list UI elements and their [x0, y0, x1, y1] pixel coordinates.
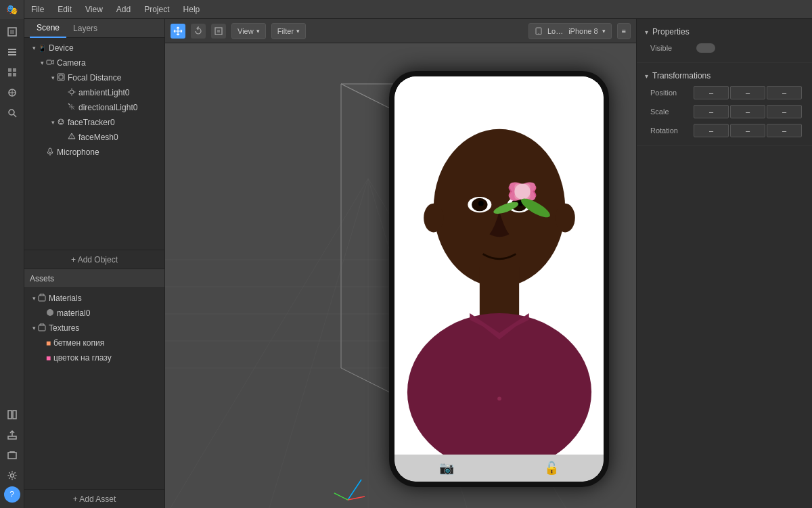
phone-toolbar: 📷 🔓 [394, 455, 604, 482]
phone-screen: 📷 🔓 [394, 76, 604, 482]
svg-rect-14 [8, 436, 16, 439]
svg-rect-19 [59, 75, 63, 79]
tab-scene[interactable]: Scene [30, 19, 66, 38]
tree-item-betmen-copy[interactable]: ▸ ◼ бетмен копия [24, 336, 164, 350]
menu-project[interactable]: Project [137, 0, 176, 18]
scale-tool[interactable] [211, 24, 226, 39]
tree-item-directionalLight0[interactable]: ▸ directionalLight0 [24, 100, 164, 115]
tab-layers[interactable]: Layers [66, 19, 104, 38]
rotation-x[interactable]: – [694, 124, 729, 137]
viewport-toolbar: View ▾ Filter ▾ Lo… iPhone 8 ▾ ≡ [165, 19, 636, 43]
share-btn[interactable]: 🔓 [544, 461, 559, 476]
tree-item-faceMesh0[interactable]: ▸ faceMesh0 [24, 130, 164, 145]
svg-rect-66 [480, 267, 519, 320]
svg-point-34 [47, 309, 53, 316]
visible-toggle[interactable] [696, 43, 715, 53]
position-y[interactable]: – [730, 86, 765, 99]
menu-edit[interactable]: Edit [51, 0, 78, 18]
svg-rect-35 [39, 325, 45, 331]
tree-item-materials[interactable]: ▾ Materials [24, 291, 164, 306]
position-z[interactable]: – [767, 86, 802, 99]
svg-rect-12 [8, 411, 12, 419]
add-panel-icon[interactable] [2, 405, 22, 424]
patch-icon[interactable] [2, 83, 22, 102]
menu-file[interactable]: File [24, 0, 51, 18]
svg-rect-5 [8, 68, 12, 72]
rotate-tool[interactable] [191, 24, 206, 39]
viewport: View ▾ Filter ▾ Lo… iPhone 8 ▾ ≡ [165, 19, 636, 508]
svg-point-26 [59, 120, 60, 122]
svg-point-75 [556, 204, 575, 233]
settings-icon[interactable] [2, 466, 22, 485]
svg-rect-6 [13, 68, 16, 72]
rotation-z[interactable]: – [767, 124, 802, 137]
svg-rect-7 [8, 73, 12, 76]
scale-y[interactable]: – [730, 105, 765, 118]
transformations-header[interactable]: ▾ Transformations [637, 68, 812, 83]
menu-add[interactable]: Add [110, 0, 137, 18]
add-asset-button[interactable]: + Add Asset [24, 489, 164, 508]
tree-item-textures[interactable]: ▾ Textures [24, 321, 164, 336]
visible-row: Visible [637, 39, 812, 57]
svg-point-10 [9, 110, 14, 115]
svg-rect-37 [217, 30, 220, 32]
tree-item-ambientLight0[interactable]: ▸ ambientLight0 [24, 85, 164, 100]
menu-help[interactable]: Help [177, 0, 207, 18]
svg-rect-4 [8, 54, 16, 55]
svg-point-83 [514, 183, 530, 199]
filter-button[interactable]: Filter ▾ [271, 23, 306, 39]
move-tool[interactable] [171, 24, 185, 39]
icon-bar: ? [0, 19, 24, 508]
assets2-icon[interactable] [2, 446, 22, 465]
svg-point-74 [424, 204, 443, 233]
svg-marker-56 [341, 84, 395, 395]
properties-header[interactable]: ▾ Properties [637, 24, 812, 39]
scene-icon[interactable] [2, 22, 22, 41]
add-object-button[interactable]: + Add Object [24, 250, 164, 269]
scene-panel-header: Scene Layers [24, 19, 164, 38]
help-icon[interactable]: ? [4, 486, 20, 503]
scale-z[interactable]: – [767, 105, 802, 118]
view-button[interactable]: View ▾ [231, 23, 266, 39]
assets-panel-header: Assets [24, 269, 164, 288]
tree-item-camera[interactable]: ▾ Camera [24, 55, 164, 70]
svg-rect-2 [8, 49, 16, 50]
svg-point-39 [538, 33, 539, 34]
viewport-menu-button[interactable]: ≡ [617, 23, 631, 39]
tree-item-device[interactable]: ▾ 📱 Device [24, 41, 164, 55]
assets-icon[interactable] [2, 63, 22, 82]
svg-point-72 [478, 201, 484, 206]
camera-capture-btn[interactable]: 📷 [439, 461, 454, 476]
svg-rect-1 [10, 30, 14, 34]
tree-item-flower-eye[interactable]: ▸ ◼ цветок на глазу [24, 350, 164, 365]
svg-rect-15 [8, 453, 16, 459]
phone-frame: 📷 🔓 [389, 71, 609, 487]
device-label[interactable]: Lo… iPhone 8 ▾ [528, 23, 612, 39]
svg-rect-13 [13, 411, 16, 419]
search-icon[interactable] [2, 103, 22, 122]
tree-item-faceTracker0[interactable]: ▾ faceTracker0 [24, 115, 164, 130]
svg-point-20 [70, 90, 74, 94]
svg-line-11 [14, 114, 16, 117]
menu-bar: 🎭 File Edit View Add Project Help [0, 0, 812, 19]
assets-tree: ▾ Materials ▸ material0 ▾ [24, 288, 164, 489]
svg-rect-3 [8, 51, 16, 53]
scale-x[interactable]: – [694, 105, 729, 118]
position-row: Position – – – [637, 83, 812, 102]
rotation-y[interactable]: – [730, 124, 765, 137]
menu-view[interactable]: View [78, 0, 110, 18]
export-icon[interactable] [2, 425, 22, 444]
layers-icon[interactable] [2, 43, 22, 62]
rotation-row: Rotation – – – [637, 121, 812, 140]
tree-item-microphone[interactable]: ▸ Microphone [24, 145, 164, 160]
tree-item-material0[interactable]: ▸ material0 [24, 306, 164, 321]
svg-rect-31 [49, 148, 51, 153]
svg-rect-33 [39, 296, 45, 301]
tree-item-focalDistance[interactable]: ▾ Focal Distance [24, 70, 164, 85]
properties-panel: ▾ Properties Visible ▾ Transformations P… [636, 19, 812, 508]
scale-row: Scale – – – [637, 102, 812, 121]
position-x[interactable]: – [694, 86, 729, 99]
svg-rect-17 [47, 60, 51, 64]
svg-point-16 [10, 474, 14, 478]
svg-point-76 [497, 396, 501, 400]
